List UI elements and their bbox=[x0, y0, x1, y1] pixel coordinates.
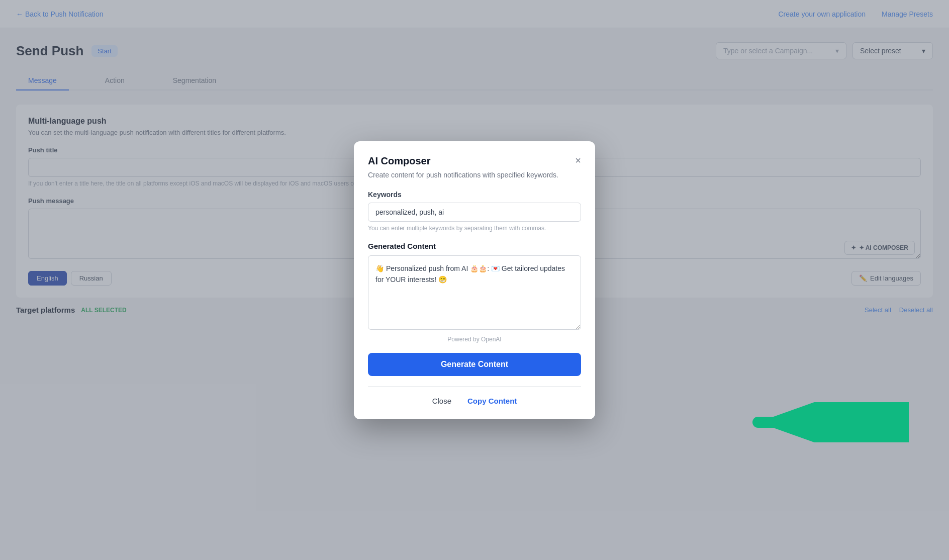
arrow-container bbox=[748, 402, 909, 444]
modal-footer: Close Copy Content bbox=[368, 386, 581, 405]
keywords-label: Keywords bbox=[368, 191, 581, 199]
green-arrow-icon bbox=[748, 402, 909, 442]
generated-content-textarea[interactable]: 👋 Personalized push from AI 🎂🎂: 💌 Get ta… bbox=[368, 255, 581, 330]
ai-composer-modal: AI Composer × Create content for push no… bbox=[354, 141, 595, 419]
generate-content-button[interactable]: Generate Content bbox=[368, 353, 581, 376]
powered-by-text: Powered by OpenAI bbox=[368, 336, 581, 343]
modal-close-button[interactable]: × bbox=[575, 155, 581, 165]
generated-content-label: Generated Content bbox=[368, 242, 581, 250]
modal-header: AI Composer × bbox=[368, 155, 581, 167]
modal-overlay: AI Composer × Create content for push no… bbox=[0, 0, 949, 560]
keywords-hint: You can enter multiple keywords by separ… bbox=[368, 225, 581, 232]
modal-title: AI Composer bbox=[368, 155, 430, 167]
modal-description: Create content for push notifications wi… bbox=[368, 170, 581, 180]
keywords-input[interactable] bbox=[368, 203, 581, 222]
modal-close-text-button[interactable]: Close bbox=[432, 397, 451, 405]
copy-content-button[interactable]: Copy Content bbox=[467, 397, 517, 405]
